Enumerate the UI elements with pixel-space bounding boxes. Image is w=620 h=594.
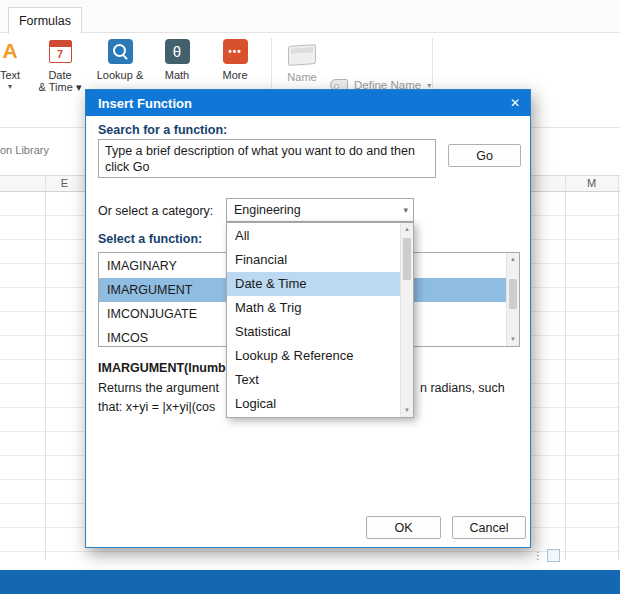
- column-header-m[interactable]: M: [565, 177, 618, 189]
- name-manager-button[interactable]: Name: [278, 38, 326, 83]
- ribbon-tab-strip: Formulas: [0, 0, 620, 33]
- text-function-icon: A: [0, 38, 23, 64]
- app-window: Formulas A Text ▾ 7 Date & Time ▾ Lookup…: [0, 0, 620, 594]
- dialog-title: Insert Function: [98, 96, 192, 111]
- category-dropdown-popup: All Financial Date & Time Math & Trig St…: [226, 222, 414, 418]
- category-option[interactable]: Lookup & Reference: [227, 344, 400, 368]
- category-option[interactable]: All: [227, 224, 400, 248]
- dropdown-scrollbar[interactable]: ▲ ▼: [400, 223, 413, 417]
- scroll-down-icon[interactable]: ▼: [507, 333, 519, 346]
- column-header-e[interactable]: E: [45, 177, 84, 189]
- function-description: Returns the argument: [98, 381, 219, 395]
- listbox-scrollbar[interactable]: ▲ ▼: [506, 253, 519, 346]
- select-function-label: Select a function:: [98, 232, 202, 246]
- category-label: Or select a category:: [98, 204, 213, 218]
- close-icon[interactable]: ✕: [500, 90, 530, 116]
- grip-dots-icon: ⋮: [533, 550, 543, 562]
- status-bar: [0, 570, 620, 594]
- grid-vline: [565, 175, 566, 560]
- theta-icon: θ: [164, 38, 190, 64]
- scrollbar-thumb[interactable]: [509, 279, 517, 309]
- calendar-icon: 7: [47, 38, 73, 64]
- search-icon: [107, 38, 133, 64]
- category-option[interactable]: Logical: [227, 392, 400, 416]
- ok-button[interactable]: OK: [366, 516, 441, 539]
- chevron-down-icon: ▾: [403, 205, 408, 215]
- cancel-button[interactable]: Cancel: [452, 516, 526, 539]
- chevron-down-icon: ▾: [8, 81, 12, 93]
- category-option[interactable]: Financial: [227, 248, 400, 272]
- category-value: Engineering: [234, 203, 301, 217]
- date-time-functions-button[interactable]: 7 Date & Time ▾: [36, 38, 84, 93]
- grid-vline: [45, 175, 46, 560]
- search-input[interactable]: Type a brief description of what you wan…: [98, 139, 436, 178]
- scroll-up-icon[interactable]: ▲: [507, 253, 519, 266]
- scroll-down-icon[interactable]: ▼: [401, 404, 413, 417]
- math-trig-functions-button[interactable]: θ Math: [154, 38, 200, 81]
- dialog-title-bar[interactable]: Insert Function: [86, 90, 530, 116]
- paste-options-icon: [547, 549, 560, 562]
- lookup-reference-functions-button[interactable]: Lookup &: [92, 38, 148, 81]
- category-option-highlighted[interactable]: Date & Time: [227, 272, 400, 296]
- function-description: n radians, such: [420, 381, 505, 395]
- category-option[interactable]: Text: [227, 368, 400, 392]
- category-combobox[interactable]: Engineering ▾: [226, 198, 414, 222]
- category-option[interactable]: Math & Trig: [227, 296, 400, 320]
- scrollbar-thumb[interactable]: [403, 238, 411, 280]
- insert-function-dialog: Insert Function ✕ Search for a function:…: [85, 89, 531, 548]
- name-box-icon: [287, 38, 317, 66]
- more-functions-button[interactable]: ••• More: [212, 38, 258, 81]
- smart-tag-fragment[interactable]: ⋮: [533, 549, 560, 562]
- grid-vline: [618, 175, 619, 560]
- search-function-label: Search for a function:: [98, 123, 227, 137]
- function-signature: IMARGUMENT(Inumb: [98, 361, 226, 375]
- function-description: that: x+yi = |x+yi|(cos: [98, 400, 215, 414]
- ribbon-group-label: on Library: [0, 144, 49, 156]
- scroll-up-icon[interactable]: ▲: [401, 223, 413, 236]
- tab-formulas[interactable]: Formulas: [8, 7, 82, 34]
- text-functions-button[interactable]: A Text ▾: [0, 38, 30, 93]
- ellipsis-icon: •••: [222, 38, 248, 64]
- go-button[interactable]: Go: [448, 144, 521, 167]
- category-option[interactable]: Statistical: [227, 320, 400, 344]
